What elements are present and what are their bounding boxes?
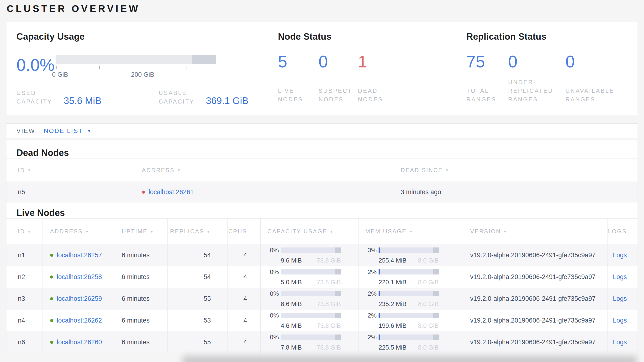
cpus-value: 4 — [244, 252, 247, 259]
mem-percent-label: 2% — [365, 290, 377, 297]
capacity-total-value: 73.8 GiB — [317, 300, 341, 308]
cluster-overview-page: CLUSTER OVERVIEW Capacity Usage 0.0% — [0, 0, 644, 362]
sort-arrow-icon: ▼ — [177, 168, 182, 172]
logs-link[interactable]: Logs — [613, 295, 627, 302]
node-status-title: Node Status — [278, 32, 466, 42]
capacity-mini-bar — [281, 269, 341, 274]
logs-link[interactable]: Logs — [613, 273, 627, 281]
capacity-percent-label: 0% — [267, 290, 279, 297]
live-nodes-count: 5 — [278, 53, 319, 70]
uptime-value: 6 minutes — [122, 317, 150, 324]
dead-nodes-table: ID▼ ADDRESS▼ DEAD SINCE▼ n5 localhost:26… — [6, 158, 638, 203]
axis-tick-label: 200 GiB — [131, 71, 154, 78]
node-address-link[interactable]: localhost:26260 — [57, 338, 102, 346]
column-header-mem-usage[interactable]: MEM USAGE▼ — [358, 219, 456, 244]
node-address-link[interactable]: localhost:26262 — [57, 317, 102, 324]
mem-mini-bar — [378, 313, 439, 318]
under-replicated-ranges-count: 0 — [508, 53, 566, 70]
page-title: CLUSTER OVERVIEW — [7, 3, 140, 14]
column-header-uptime[interactable]: UPTIME▼ — [114, 219, 167, 244]
sort-arrow-icon: ▼ — [445, 168, 450, 172]
mem-usage-cell: 3% 255.4 MiB8.0 GiB — [365, 247, 439, 264]
replicas-value: 54 — [204, 252, 211, 259]
live-nodes-stat: 5 LIVE NODES — [278, 53, 319, 104]
logs-link[interactable]: Logs — [613, 338, 627, 346]
chevron-down-icon[interactable]: ▼ — [87, 128, 92, 134]
mem-used-value: 255.4 MiB — [378, 257, 406, 264]
column-header-id[interactable]: ID▼ — [6, 159, 134, 182]
dead-status-dot-icon — [142, 191, 145, 194]
live-node-row: n4 localhost:26262 6 minutes 53 4 0% 4.6… — [6, 310, 638, 331]
capacity-usage-bar: 0 GiB 200 GiB — [56, 55, 216, 78]
column-header-address[interactable]: ADDRESS▼ — [42, 219, 114, 244]
axis-tick-label: 0 GiB — [52, 71, 68, 78]
live-status-dot-icon — [50, 275, 53, 279]
used-capacity-value: 35.6 MiB — [64, 95, 102, 106]
capacity-usage-cell: 0% 5.0 MiB73.8 GiB — [267, 268, 341, 286]
uptime-value: 6 minutes — [122, 338, 150, 346]
node-id: n2 — [18, 273, 25, 281]
column-header-cpus: CPUS — [228, 219, 260, 244]
live-status-dot-icon — [50, 319, 53, 322]
capacity-usage-panel: Capacity Usage 0.0% 0 GiB — [16, 32, 278, 104]
node-id: n6 — [18, 338, 25, 346]
column-header-id[interactable]: ID▼ — [6, 219, 42, 244]
suspect-nodes-count: 0 — [319, 53, 358, 70]
cpus-value: 4 — [244, 273, 247, 281]
capacity-used-value: 9.6 MiB — [281, 257, 302, 264]
node-status-panel: Node Status 5 LIVE NODES 0 SUSPECT NODES… — [278, 32, 466, 104]
logs-link[interactable]: Logs — [613, 317, 627, 324]
capacity-used-value: 8.6 MiB — [281, 300, 302, 308]
cpus-value: 4 — [244, 338, 247, 346]
cpus-value: 4 — [244, 295, 247, 302]
uptime-value: 6 minutes — [122, 273, 150, 281]
mem-percent-label: 2% — [365, 333, 377, 341]
column-header-address[interactable]: ADDRESS▼ — [134, 159, 393, 182]
version-value: v19.2.0-alpha.20190606-2491-gfe735c9a97 — [470, 252, 596, 259]
suspect-nodes-stat: 0 SUSPECT NODES — [319, 53, 358, 104]
node-address-link[interactable]: localhost:26258 — [57, 273, 102, 281]
live-status-dot-icon — [50, 254, 53, 257]
column-header-version[interactable]: VERSION▼ — [456, 219, 608, 244]
axis-tick — [56, 66, 56, 69]
sort-arrow-icon: ▼ — [85, 230, 90, 234]
version-value: v19.2.0-alpha.20190606-2491-gfe735c9a97 — [470, 295, 596, 302]
sort-arrow-icon: ▼ — [150, 230, 154, 234]
under-replicated-ranges-label: UNDER-REPLICATED RANGES — [508, 78, 555, 104]
view-selected-value[interactable]: NODE LIST — [44, 127, 83, 135]
mem-used-value: 235.2 MiB — [378, 300, 406, 308]
capacity-usage-cell: 0% 8.6 MiB73.8 GiB — [267, 290, 341, 308]
capacity-total-value: 73.8 GiB — [317, 344, 341, 351]
dead-nodes-heading: Dead Nodes — [6, 140, 638, 158]
node-address-link[interactable]: localhost:26261 — [149, 189, 194, 196]
total-ranges-label: TOTAL RANGES — [466, 87, 508, 104]
mem-mini-bar — [378, 269, 439, 274]
version-value: v19.2.0-alpha.20190606-2491-gfe735c9a97 — [470, 273, 596, 281]
cpus-value: 4 — [244, 317, 247, 324]
view-label: VIEW: — [16, 127, 38, 135]
node-address-link[interactable]: localhost:26257 — [57, 252, 102, 259]
column-header-replicas[interactable]: REPLICAS▼ — [167, 219, 228, 244]
replicas-value: 54 — [204, 273, 211, 281]
dead-nodes-count: 1 — [358, 53, 408, 70]
sort-arrow-icon: ▼ — [28, 230, 32, 234]
column-header-capacity-usage[interactable]: CAPACITY USAGE▼ — [260, 219, 358, 244]
capacity-used-value: 4.6 MiB — [281, 322, 302, 329]
node-id: n5 — [18, 189, 25, 196]
live-node-row: n6 localhost:26260 6 minutes 55 4 0% 7.8… — [6, 331, 638, 353]
under-replicated-ranges-stat: 0 UNDER-REPLICATED RANGES — [508, 53, 566, 104]
replication-status-title: Replication Status — [466, 32, 628, 42]
live-node-row: n1 localhost:26257 6 minutes 54 4 0% 9.6… — [6, 244, 638, 266]
column-header-dead-since[interactable]: DEAD SINCE▼ — [393, 159, 638, 182]
version-value: v19.2.0-alpha.20190606-2491-gfe735c9a97 — [470, 338, 596, 346]
logs-link[interactable]: Logs — [613, 252, 627, 259]
unavailable-ranges-count: 0 — [566, 53, 628, 70]
view-selector-dropdown[interactable]: NODE LIST ▼ — [44, 127, 92, 135]
capacity-bar-reserved-segment — [192, 55, 216, 64]
node-address-link[interactable]: localhost:26259 — [57, 295, 102, 302]
unavailable-ranges-stat: 0 UNAVAILABLE RANGES — [566, 53, 628, 104]
capacity-mini-bar — [281, 291, 341, 296]
mem-mini-bar — [378, 248, 439, 253]
sort-arrow-icon: ▼ — [504, 230, 508, 234]
uptime-value: 6 minutes — [122, 295, 150, 302]
